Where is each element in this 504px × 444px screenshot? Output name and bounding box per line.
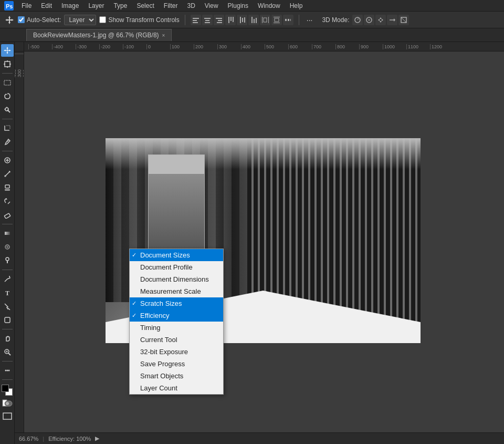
dropdown-item-32bit-exposure[interactable]: 32-bit Exposure — [130, 346, 223, 358]
tool-separator-2 — [2, 119, 13, 119]
tool-separator-4 — [2, 224, 13, 224]
svg-marker-41 — [4, 47, 11, 54]
svg-point-75 — [6, 370, 8, 371]
efficiency-status[interactable]: Efficiency: 100% — [48, 436, 91, 442]
document-tab[interactable]: BookReviewMasters-1.jpg @ 66.7% (RGB/8) … — [26, 29, 172, 41]
tool-dots[interactable] — [1, 364, 14, 377]
photoshop-logo: Ps — [4, 1, 14, 11]
tool-stamp[interactable] — [1, 181, 14, 194]
svg-rect-22 — [268, 17, 269, 23]
tool-healing[interactable] — [1, 154, 14, 167]
workspace: T — [0, 42, 504, 444]
tool-lasso[interactable] — [1, 90, 14, 102]
screen-mode-button[interactable] — [3, 412, 12, 421]
svg-point-32 — [368, 19, 370, 21]
tool-path-select[interactable] — [1, 300, 14, 313]
align-center-h-icon[interactable] — [202, 15, 213, 25]
layer-select[interactable]: Layer — [64, 15, 96, 25]
tab-close-button[interactable]: × — [162, 33, 165, 38]
align-bottom-icon[interactable] — [248, 15, 259, 25]
divider-2 — [299, 15, 299, 25]
distribute-h-icon[interactable] — [260, 15, 270, 25]
tool-dodge[interactable] — [1, 254, 14, 267]
3d-scale-icon[interactable] — [398, 15, 409, 25]
tool-gradient[interactable] — [1, 227, 14, 240]
foreground-color[interactable] — [2, 385, 9, 392]
dropdown-item-save-progress[interactable]: Save Progress — [130, 358, 223, 370]
svg-marker-2 — [5, 16, 14, 24]
tool-crop[interactable] — [1, 122, 14, 135]
tool-pen[interactable] — [1, 273, 14, 285]
menu-image[interactable]: Image — [58, 1, 82, 11]
align-right-icon[interactable] — [214, 15, 224, 25]
tool-eraser[interactable] — [1, 209, 14, 221]
3d-pan-icon[interactable] — [375, 15, 386, 25]
menu-3d[interactable]: 3D — [183, 1, 198, 11]
menu-edit[interactable]: Edit — [37, 1, 56, 11]
dropdown-item-current-tool[interactable]: Current Tool — [130, 334, 223, 346]
tool-eyedropper[interactable] — [1, 136, 14, 148]
align-left-icon[interactable] — [191, 15, 201, 25]
align-top-icon[interactable] — [225, 15, 236, 25]
dropdown-item-timing[interactable]: Timing — [130, 322, 223, 334]
menu-plugins[interactable]: Plugins — [224, 1, 252, 11]
tool-brush[interactable] — [1, 168, 14, 180]
historic-building — [148, 154, 205, 253]
svg-rect-20 — [256, 18, 257, 23]
distribute-v-icon[interactable] — [271, 15, 282, 25]
menu-layer[interactable]: Layer — [85, 1, 108, 11]
toolbar: T — [0, 42, 15, 444]
transform-controls-checkbox[interactable] — [99, 16, 106, 23]
tool-separator-3 — [2, 151, 13, 151]
dropdown-item-smart-objects[interactable]: Smart Objects — [130, 370, 223, 382]
tab-bar: BookReviewMasters-1.jpg @ 66.7% (RGB/8) … — [0, 28, 504, 42]
tab-filename: BookReviewMasters-1.jpg @ 66.7% (RGB/8) — [33, 32, 159, 39]
dropdown-item-scratch-sizes[interactable]: ✓ Scratch Sizes — [130, 297, 223, 309]
tool-zoom[interactable] — [1, 346, 14, 358]
svg-rect-47 — [4, 80, 10, 85]
tool-move[interactable] — [1, 44, 14, 57]
options-bar: Auto-Select: Layer Show Transform Contro… — [0, 12, 504, 28]
menu-filter[interactable]: Filter — [160, 1, 182, 11]
tool-magic-wand[interactable] — [1, 104, 14, 116]
tool-artboard[interactable] — [1, 58, 14, 70]
3d-rotate-icon[interactable] — [352, 15, 363, 25]
svg-rect-13 — [230, 17, 232, 21]
status-arrow[interactable]: ▶ — [95, 435, 99, 442]
more-options-button[interactable]: ··· — [304, 15, 315, 25]
tool-history-brush[interactable] — [1, 195, 14, 208]
zoom-level: 66.67% — [19, 436, 38, 442]
svg-line-40 — [401, 17, 406, 23]
quick-mask-button[interactable] — [2, 399, 13, 409]
dropdown-item-measurement-scale[interactable]: Measurement Scale — [130, 285, 223, 297]
3d-slide-icon[interactable] — [387, 15, 397, 25]
dropdown-item-layer-count[interactable]: Layer Count — [130, 382, 223, 394]
auto-select-checkbox[interactable] — [18, 16, 25, 23]
tool-hand[interactable] — [1, 332, 14, 345]
dropdown-item-document-sizes[interactable]: ✓ Document Sizes — [130, 249, 223, 261]
align-middle-icon[interactable] — [237, 15, 247, 25]
menu-help[interactable]: Help — [286, 1, 307, 11]
sky-gradient — [106, 138, 421, 169]
ruler-left-ticks: -100 0 100 200 300 400 500 600 700 — [15, 54, 24, 77]
tool-blur[interactable] — [1, 241, 14, 253]
menu-type[interactable]: Type — [110, 1, 131, 11]
check-icon: ✓ — [132, 252, 136, 259]
ruler-top: -500 -400 -300 -200 -100 0 100 200 300 4… — [24, 42, 504, 51]
tool-type[interactable]: T — [1, 286, 14, 299]
svg-rect-28 — [288, 19, 289, 21]
distribute-spacing-icon[interactable] — [283, 15, 293, 25]
tool-marquee-rect[interactable] — [1, 76, 14, 89]
tool-separator-6 — [2, 329, 13, 329]
3d-roll-icon[interactable] — [364, 15, 374, 25]
dropdown-item-efficiency[interactable]: ✓ Efficiency — [130, 309, 223, 322]
dropdown-item-document-dimensions[interactable]: Document Dimensions — [130, 273, 223, 285]
menu-file[interactable]: File — [18, 1, 35, 11]
menu-view[interactable]: View — [201, 1, 222, 11]
color-swatches[interactable] — [2, 385, 13, 396]
svg-rect-61 — [5, 232, 10, 235]
menu-select[interactable]: Select — [133, 1, 158, 11]
dropdown-item-document-profile[interactable]: Document Profile — [130, 261, 223, 273]
menu-window[interactable]: Window — [254, 1, 284, 11]
tool-shape[interactable] — [1, 314, 14, 326]
